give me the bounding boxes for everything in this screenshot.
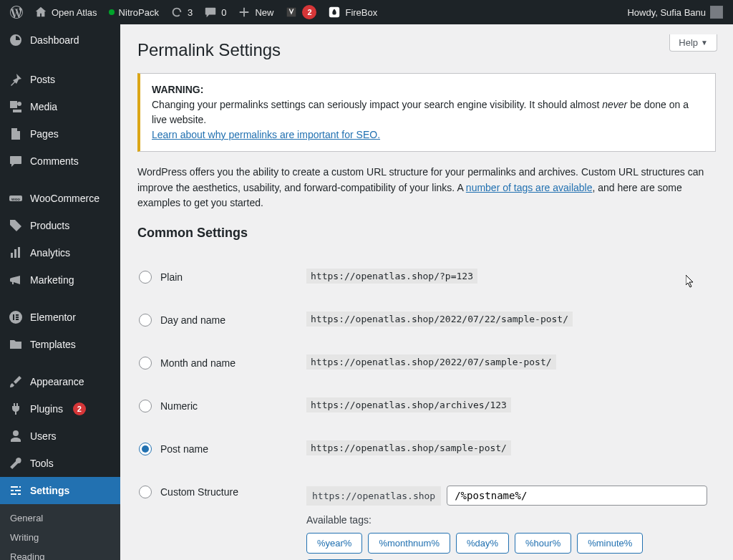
- avatar: [710, 6, 723, 19]
- example-numeric: https://openatlas.shop/archives/123: [306, 397, 511, 412]
- site-name: Open Atlas: [52, 7, 97, 18]
- option-plain[interactable]: Plain: [139, 271, 298, 284]
- submenu-general[interactable]: General: [0, 508, 120, 528]
- custom-structure-input[interactable]: [447, 486, 707, 506]
- custom-prefix: https://openatlas.shop: [306, 486, 441, 506]
- wp-logo[interactable]: [4, 0, 29, 24]
- common-settings-heading: Common Settings: [137, 226, 716, 241]
- status-dot-icon: [109, 9, 115, 15]
- option-post-name[interactable]: Post name: [139, 443, 298, 455]
- tags-available-link[interactable]: number of tags are available: [466, 182, 593, 193]
- new-item[interactable]: New: [232, 0, 279, 24]
- svg-text:woo: woo: [11, 197, 20, 201]
- yoast-badge: 2: [302, 5, 316, 19]
- warning-heading: WARNING:: [152, 84, 203, 95]
- available-tags-label: Available tags:: [306, 514, 707, 526]
- products-icon: [9, 218, 23, 233]
- menu-analytics[interactable]: Analytics: [0, 239, 120, 266]
- tag-year[interactable]: %year%: [306, 533, 362, 554]
- option-month-name[interactable]: Month and name: [139, 357, 298, 370]
- megaphone-icon: [9, 273, 23, 287]
- help-tab[interactable]: Help ▼: [669, 34, 717, 52]
- nitropack-item[interactable]: NitroPack: [103, 0, 165, 24]
- menu-marketing[interactable]: Marketing: [0, 266, 120, 294]
- menu-media[interactable]: Media: [0, 93, 120, 120]
- radio-day-name[interactable]: [139, 314, 152, 327]
- analytics-icon: [9, 246, 23, 260]
- site-home[interactable]: Open Atlas: [29, 0, 103, 24]
- plug-icon: [9, 402, 23, 416]
- tag-monthnum[interactable]: %monthnum%: [368, 533, 450, 554]
- plugins-badge: 2: [73, 402, 86, 415]
- menu-plugins[interactable]: Plugins 2: [0, 395, 120, 423]
- yoast-icon: [285, 6, 298, 19]
- intro-text: WordPress offers you the ability to crea…: [137, 165, 716, 211]
- menu-elementor[interactable]: Elementor: [0, 304, 120, 331]
- refresh-icon: [170, 6, 183, 19]
- woocommerce-icon: woo: [9, 191, 23, 206]
- elementor-icon: [9, 310, 23, 324]
- yoast-item[interactable]: 2: [279, 0, 322, 24]
- tag-hour[interactable]: %hour%: [515, 533, 571, 554]
- submenu-reading[interactable]: Reading: [0, 547, 120, 560]
- dashboard-icon: [9, 33, 23, 47]
- chevron-down-icon: ▼: [701, 39, 708, 47]
- example-day-name: https://openatlas.shop/2022/07/22/sample…: [306, 312, 573, 327]
- howdy-user[interactable]: Howdy, Sufia Banu: [624, 0, 726, 24]
- radio-month-name[interactable]: [139, 357, 152, 370]
- updates-item[interactable]: 3: [165, 0, 198, 24]
- brush-icon: [9, 375, 23, 389]
- example-plain: https://openatlas.shop/?p=123: [306, 269, 477, 284]
- menu-tools[interactable]: Tools: [0, 450, 120, 477]
- folder-icon: [9, 337, 23, 352]
- menu-templates[interactable]: Templates: [0, 331, 120, 358]
- radio-post-name[interactable]: [139, 443, 152, 455]
- media-icon: [9, 100, 23, 114]
- warning-seo-link[interactable]: Learn about why permalinks are important…: [152, 129, 380, 140]
- example-post-name: https://openatlas.shop/sample-post/: [306, 440, 511, 455]
- menu-pages[interactable]: Pages: [0, 120, 120, 148]
- home-icon: [34, 6, 47, 19]
- page-title: Permalink Settings: [137, 40, 716, 60]
- menu-users[interactable]: Users: [0, 423, 120, 450]
- comment-icon: [204, 6, 217, 19]
- sliders-icon: [9, 483, 23, 498]
- page-icon: [9, 127, 23, 141]
- menu-posts[interactable]: Posts: [0, 66, 120, 93]
- example-month-name: https://openatlas.shop/2022/07/sample-po…: [306, 354, 556, 370]
- option-numeric[interactable]: Numeric: [139, 400, 298, 412]
- wrench-icon: [9, 456, 23, 470]
- comments-item[interactable]: 0: [198, 0, 232, 24]
- tag-minute[interactable]: %minute%: [577, 533, 643, 554]
- radio-plain[interactable]: [139, 271, 152, 284]
- firebox-item[interactable]: FireBox: [322, 0, 383, 24]
- radio-custom[interactable]: [139, 486, 152, 498]
- user-icon: [9, 429, 23, 443]
- firebox-icon: [328, 6, 341, 19]
- option-day-name[interactable]: Day and name: [139, 314, 298, 327]
- tag-day[interactable]: %day%: [456, 533, 509, 554]
- warning-notice: WARNING: Changing your permalinks settin…: [137, 73, 716, 152]
- menu-woocommerce[interactable]: woo WooCommerce: [0, 185, 120, 212]
- pin-icon: [9, 72, 23, 87]
- radio-numeric[interactable]: [139, 400, 152, 412]
- menu-products[interactable]: Products: [0, 212, 120, 239]
- comments-icon: [9, 154, 23, 168]
- plus-icon: [238, 6, 251, 19]
- submenu-writing[interactable]: Writing: [0, 528, 120, 547]
- menu-dashboard[interactable]: Dashboard: [0, 24, 120, 56]
- menu-appearance[interactable]: Appearance: [0, 368, 120, 395]
- option-custom[interactable]: Custom Structure: [139, 486, 298, 498]
- menu-comments[interactable]: Comments: [0, 148, 120, 175]
- menu-settings[interactable]: Settings: [0, 477, 120, 504]
- settings-submenu: General Writing Reading: [0, 504, 120, 560]
